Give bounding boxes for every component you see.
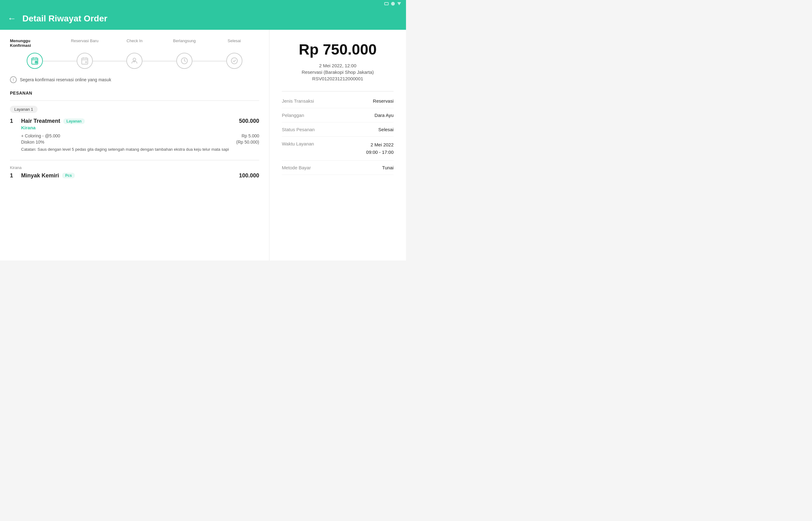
addon-name-0: + Coloring - @5.000 xyxy=(21,133,60,138)
alert-message: ! Segera konfirmasi reservasi online yan… xyxy=(10,76,259,83)
svg-rect-6 xyxy=(82,58,88,64)
order-meta-date: 2 Mei 2022, 12:00 xyxy=(282,63,393,68)
second-order-group: Kirana 1 Minyak Kemiri Pcs 100.000 xyxy=(10,160,259,180)
info-row-0: Jenis Transaksi Reservasi xyxy=(282,94,393,108)
item-price-0: 500.000 xyxy=(234,118,259,124)
status-bar-circle-icon xyxy=(391,2,395,5)
right-panel: Rp 750.000 2 Mei 2022, 12:00 Reservasi (… xyxy=(270,30,406,260)
info-value-1: Dara Ayu xyxy=(375,113,393,118)
item-details-0: Hair Treatment Layanan Kirana xyxy=(21,118,229,132)
section-pesanan-title: PESANAN xyxy=(10,91,259,95)
alert-text: Segera konfirmasi reservasi online yang … xyxy=(20,77,111,82)
step-circle-1 xyxy=(77,53,93,69)
progress-steps: MenungguKonfirmasi Reservasi Baru Check … xyxy=(10,39,259,69)
discount-name-0: Diskon 10% xyxy=(21,139,44,144)
order-meta-id: RSV0120231212000001 xyxy=(282,76,393,81)
status-bar-rect-icon xyxy=(384,2,389,5)
item-qty-1: 1 xyxy=(10,173,16,179)
step-circle-4 xyxy=(226,53,242,69)
info-label-0: Jenis Transaksi xyxy=(282,98,314,104)
item-qty-0: 1 xyxy=(10,118,16,124)
order-item-main-0: 1 Hair Treatment Layanan Kirana 500.000 xyxy=(10,118,259,132)
svg-point-12 xyxy=(133,58,136,61)
steps-icons: ! xyxy=(10,53,259,69)
back-button[interactable]: ← xyxy=(7,14,16,24)
alert-icon: ! xyxy=(10,76,17,83)
info-label-2: Status Pesanan xyxy=(282,127,315,132)
divider-pesanan xyxy=(10,100,259,101)
info-value-0: Reservasi xyxy=(373,98,393,104)
step-circle-2 xyxy=(126,53,143,69)
info-row-2: Status Pesanan Selesai xyxy=(282,122,393,137)
step-label-2: Check In xyxy=(110,39,159,48)
svg-point-14 xyxy=(231,58,237,64)
status-bar-triangle-icon xyxy=(397,2,401,5)
info-row-4: Metode Bayar Tunai xyxy=(282,161,393,175)
item-tag-1: Pcs xyxy=(62,173,75,178)
order-meta-shop: Reservasi (Barakopi Shop Jakarta) xyxy=(282,69,393,75)
second-group-staff: Kirana xyxy=(10,165,259,170)
addon-price-0: Rp 5.000 xyxy=(241,133,259,138)
notes-row-0: Catatan: Saus dengan level 5 pedas gila … xyxy=(21,146,259,153)
order-meta: 2 Mei 2022, 12:00 Reservasi (Barakopi Sh… xyxy=(282,63,393,81)
step-circle-3 xyxy=(176,53,192,69)
info-value-4: Tunai xyxy=(382,165,393,170)
info-row-1: Pelanggan Dara Ayu xyxy=(282,108,393,122)
info-label-3: Waktu Layanan xyxy=(282,141,314,146)
item-name-0: Hair Treatment xyxy=(21,118,60,124)
main-layout: MenungguKonfirmasi Reservasi Baru Check … xyxy=(0,30,406,260)
item-staff-0: Kirana xyxy=(21,125,229,130)
info-value-3: 2 Mei 202209:00 - 17:00 xyxy=(366,141,393,156)
addon-row-0: + Coloring - @5.000 Rp 5.000 xyxy=(21,133,259,138)
status-bar xyxy=(0,0,406,7)
left-panel: MenungguKonfirmasi Reservasi Baru Check … xyxy=(0,30,270,260)
info-label-1: Pelanggan xyxy=(282,113,304,118)
step-label-4: Selesai xyxy=(209,39,259,48)
svg-text:!: ! xyxy=(36,62,36,64)
page-title: Detail Riwayat Order xyxy=(22,14,107,24)
total-amount: Rp 750.000 xyxy=(282,41,393,58)
info-row-3: Waktu Layanan 2 Mei 202209:00 - 17:00 xyxy=(282,137,393,161)
step-label-3: Berlangsung xyxy=(159,39,210,48)
item-name-row-1: Minyak Kemiri Pcs xyxy=(21,173,229,179)
step-label-1: Reservasi Baru xyxy=(60,39,110,48)
steps-labels: MenungguKonfirmasi Reservasi Baru Check … xyxy=(10,39,259,48)
header: ← Detail Riwayat Order xyxy=(0,7,406,30)
info-label-4: Metode Bayar xyxy=(282,165,311,170)
info-value-2: Selesai xyxy=(378,127,393,132)
item-details-1: Minyak Kemiri Pcs xyxy=(21,173,229,180)
order-item-0: 1 Hair Treatment Layanan Kirana 500.000 … xyxy=(10,118,259,153)
item-name-row-0: Hair Treatment Layanan xyxy=(21,118,229,124)
step-0: ! xyxy=(10,53,60,69)
item-price-1: 100.000 xyxy=(234,173,259,179)
step-label-0: MenungguKonfirmasi xyxy=(10,39,60,48)
discount-price-0: (Rp 50.000) xyxy=(236,139,259,144)
order-item-main-1: 1 Minyak Kemiri Pcs 100.000 xyxy=(10,173,259,180)
item-name-1: Minyak Kemiri xyxy=(21,173,59,179)
service-group-label: Layanan 1 xyxy=(10,106,38,113)
discount-row-0: Diskon 10% (Rp 50.000) xyxy=(21,139,259,144)
item-tag-0: Layanan xyxy=(63,118,85,124)
step-circle-0: ! xyxy=(27,53,43,69)
